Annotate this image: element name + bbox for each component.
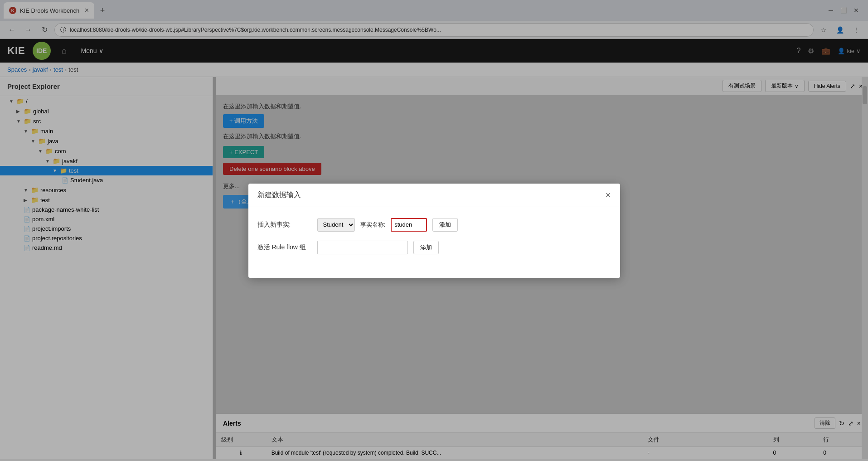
add-rule-btn[interactable]: 添加 bbox=[413, 241, 439, 254]
modal-body: 插入新事实: Student 事实名称: 添加 激活 Rule flow 组 添… bbox=[248, 207, 620, 278]
fact-name-input[interactable] bbox=[391, 218, 427, 232]
insert-fact-label: 插入新事实: bbox=[257, 221, 312, 229]
modal-overlay: 新建数据输入 × 插入新事实: Student 事实名称: 添加 激活 Rule… bbox=[0, 0, 868, 461]
rule-flow-input[interactable] bbox=[317, 241, 408, 254]
modal-close-btn[interactable]: × bbox=[606, 190, 611, 200]
modal-header: 新建数据输入 × bbox=[248, 184, 620, 207]
activate-rule-row: 激活 Rule flow 组 添加 bbox=[257, 241, 611, 254]
add-fact-btn[interactable]: 添加 bbox=[432, 218, 458, 232]
fact-name-label: 事实名称: bbox=[360, 221, 386, 229]
student-select[interactable]: Student bbox=[317, 218, 355, 232]
modal-dialog: 新建数据输入 × 插入新事实: Student 事实名称: 添加 激活 Rule… bbox=[248, 184, 620, 278]
activate-rule-label: 激活 Rule flow 组 bbox=[257, 243, 312, 252]
modal-title: 新建数据输入 bbox=[257, 190, 301, 200]
insert-fact-row: 插入新事实: Student 事实名称: 添加 bbox=[257, 218, 611, 232]
